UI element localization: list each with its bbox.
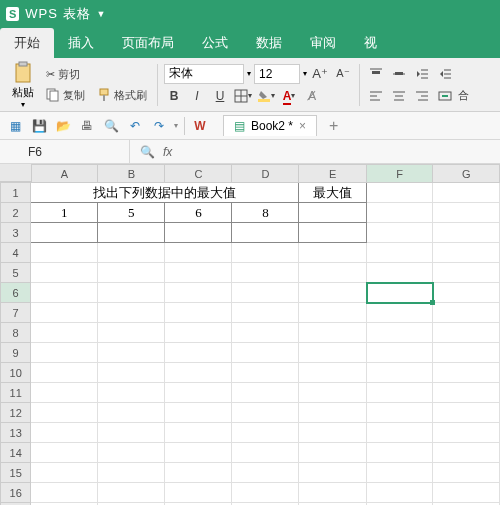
row-header-10[interactable]: 10 [1, 363, 31, 383]
col-header-C[interactable]: C [165, 165, 232, 183]
cell-B2[interactable]: 5 [98, 203, 165, 223]
cell-E12[interactable] [299, 403, 367, 423]
cell-G5[interactable] [433, 263, 500, 283]
cell-C10[interactable] [165, 363, 232, 383]
decrease-indent-button[interactable] [412, 64, 432, 84]
cell-F2[interactable] [367, 203, 433, 223]
cell-B4[interactable] [98, 243, 165, 263]
add-tab-button[interactable]: + [329, 117, 338, 135]
menu-formula[interactable]: 公式 [188, 28, 242, 58]
cell-B5[interactable] [98, 263, 165, 283]
align-top-button[interactable] [366, 64, 386, 84]
cell-C13[interactable] [165, 423, 232, 443]
align-middle-button[interactable] [389, 64, 409, 84]
save-icon[interactable]: 💾 [30, 117, 48, 135]
cell-A9[interactable] [31, 343, 98, 363]
menu-data[interactable]: 数据 [242, 28, 296, 58]
cell-B11[interactable] [98, 383, 165, 403]
cut-button[interactable]: ✂ 剪切 [42, 65, 151, 84]
quick-more-icon[interactable]: ▾ [174, 121, 178, 130]
align-left-button[interactable] [366, 86, 386, 106]
cell-A12[interactable] [31, 403, 98, 423]
col-header-E[interactable]: E [299, 165, 367, 183]
cell-G11[interactable] [433, 383, 500, 403]
cell-A6[interactable] [31, 283, 98, 303]
document-tab[interactable]: ▤ Book2 * × [223, 115, 317, 136]
cell-C14[interactable] [165, 443, 232, 463]
cell-F8[interactable] [367, 323, 433, 343]
font-size-select[interactable] [254, 64, 300, 84]
cell-D10[interactable] [232, 363, 299, 383]
cell-G15[interactable] [433, 463, 500, 483]
bold-button[interactable]: B [164, 86, 184, 106]
search-icon[interactable]: 🔍 [140, 145, 155, 159]
row-header-9[interactable]: 9 [1, 343, 31, 363]
cell-A14[interactable] [31, 443, 98, 463]
clear-format-button[interactable]: A̸ [302, 86, 322, 106]
cell-E2[interactable] [299, 203, 367, 223]
cell-E11[interactable] [299, 383, 367, 403]
cell-E13[interactable] [299, 423, 367, 443]
underline-button[interactable]: U [210, 86, 230, 106]
cell-B3[interactable] [98, 223, 165, 243]
cell-C4[interactable] [165, 243, 232, 263]
cell-E9[interactable] [299, 343, 367, 363]
cell-B12[interactable] [98, 403, 165, 423]
cell-B14[interactable] [98, 443, 165, 463]
col-header-B[interactable]: B [98, 165, 165, 183]
cell-D16[interactable] [232, 483, 299, 503]
cell-B8[interactable] [98, 323, 165, 343]
cell-D13[interactable] [232, 423, 299, 443]
undo-icon[interactable]: ↶ [126, 117, 144, 135]
cell-B9[interactable] [98, 343, 165, 363]
cell-C16[interactable] [165, 483, 232, 503]
cell-F9[interactable] [367, 343, 433, 363]
cell-C6[interactable] [165, 283, 232, 303]
cell-D14[interactable] [232, 443, 299, 463]
row-header-15[interactable]: 15 [1, 463, 31, 483]
cell-C2[interactable]: 6 [165, 203, 232, 223]
cell-B15[interactable] [98, 463, 165, 483]
cell-A4[interactable] [31, 243, 98, 263]
cell-F7[interactable] [367, 303, 433, 323]
cell-E6[interactable] [299, 283, 367, 303]
row-header-12[interactable]: 12 [1, 403, 31, 423]
row-header-2[interactable]: 2 [1, 203, 31, 223]
open-icon[interactable]: 📂 [54, 117, 72, 135]
cell-C15[interactable] [165, 463, 232, 483]
cell-G13[interactable] [433, 423, 500, 443]
redo-icon[interactable]: ↷ [150, 117, 168, 135]
copy-button[interactable]: 复制 [42, 86, 89, 105]
cell-E10[interactable] [299, 363, 367, 383]
cell-C7[interactable] [165, 303, 232, 323]
cell-C12[interactable] [165, 403, 232, 423]
cell-D11[interactable] [232, 383, 299, 403]
cell-D3[interactable] [232, 223, 299, 243]
print-preview-icon[interactable]: 🔍 [102, 117, 120, 135]
cell-E5[interactable] [299, 263, 367, 283]
cell-D12[interactable] [232, 403, 299, 423]
cell-F11[interactable] [367, 383, 433, 403]
row-header-5[interactable]: 5 [1, 263, 31, 283]
cell-D7[interactable] [232, 303, 299, 323]
cell-G7[interactable] [433, 303, 500, 323]
cell-F5[interactable] [367, 263, 433, 283]
cell-G9[interactable] [433, 343, 500, 363]
paste-button[interactable]: 粘贴▾ [6, 59, 40, 111]
cell-A5[interactable] [31, 263, 98, 283]
cell-D8[interactable] [232, 323, 299, 343]
cell-G2[interactable] [433, 203, 500, 223]
name-box[interactable]: F6 [0, 140, 130, 163]
cell-E4[interactable] [299, 243, 367, 263]
size-dropdown-icon[interactable]: ▾ [303, 69, 307, 78]
cell-D6[interactable] [232, 283, 299, 303]
cell-G10[interactable] [433, 363, 500, 383]
cell-E1[interactable]: 最大值 [299, 183, 367, 203]
row-header-13[interactable]: 13 [1, 423, 31, 443]
decrease-font-button[interactable]: A⁻ [333, 64, 353, 84]
menu-review[interactable]: 审阅 [296, 28, 350, 58]
cell-G3[interactable] [433, 223, 500, 243]
font-color-button[interactable]: A▾ [279, 86, 299, 106]
cell-C5[interactable] [165, 263, 232, 283]
cell-E16[interactable] [299, 483, 367, 503]
